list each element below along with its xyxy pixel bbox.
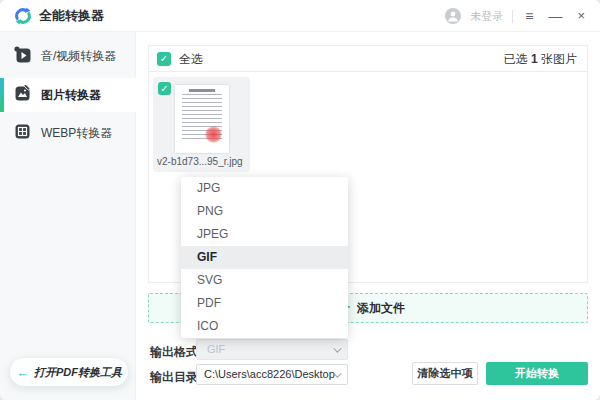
format-option-gif[interactable]: GIF (181, 246, 348, 269)
document-preview (175, 85, 229, 153)
format-option-jpeg[interactable]: JPEG (181, 223, 348, 246)
output-dir-select[interactable]: C:\Users\acc8226\Desktop (196, 364, 348, 385)
video-converter-icon (14, 46, 31, 67)
select-all-label: 全选 (179, 46, 203, 72)
sidebar-item-image-converter[interactable]: 图片转换器 (0, 78, 136, 112)
format-option-ico[interactable]: ICO (181, 315, 348, 338)
file-checkbox[interactable]: ✓ (158, 82, 171, 95)
sidebar-item-label: WEBP转换器 (41, 125, 112, 142)
clear-selected-button[interactable]: 清除选中项 (412, 362, 478, 385)
format-option-png[interactable]: PNG (181, 200, 348, 223)
sidebar-item-webp-converter[interactable]: WEBP转换器 (0, 119, 136, 147)
output-dir-label: 输出目录: (150, 369, 202, 386)
document-title-line (189, 89, 215, 92)
output-format-value: GIF (207, 343, 225, 355)
format-option-svg[interactable]: SVG (181, 269, 348, 292)
titlebar-divider (512, 10, 513, 23)
webp-converter-icon (14, 123, 31, 144)
output-dir-value: C:\Users\acc8226\Desktop (204, 368, 335, 380)
file-thumbnail-card[interactable]: ✓ v2-b1d73...95_r.jpg (153, 77, 250, 172)
app-title: 全能转换器 (39, 0, 104, 32)
sidebar-item-audio-video-converter[interactable]: 音/视频转换器 (0, 42, 136, 70)
red-stamp (205, 126, 222, 143)
chevron-down-icon (333, 344, 341, 352)
select-all-checkbox[interactable]: ✓ (157, 52, 171, 66)
menu-icon[interactable]: ≡ (522, 8, 536, 24)
file-list-header: ✓ 全选 已选 1 张图片 (149, 46, 587, 72)
sidebar: 音/视频转换器 图片转换器 (0, 32, 136, 400)
sidebar-item-label: 音/视频转换器 (41, 48, 116, 65)
output-format-select[interactable]: GIF (196, 339, 348, 360)
titlebar: 全能转换器 未登录 ≡ — × (0, 0, 600, 32)
titlebar-controls: 未登录 ≡ — × (445, 0, 588, 32)
pdf-tool-label: 打开PDF转换工具 (34, 365, 122, 380)
login-status[interactable]: 未登录 (470, 9, 503, 24)
selected-count-text: 已选 1 张图片 (504, 46, 577, 72)
format-dropdown-menu: JPG PNG JPEG GIF SVG PDF ICO (181, 177, 348, 338)
user-avatar-icon[interactable] (445, 8, 461, 24)
format-option-jpg[interactable]: JPG (181, 177, 348, 200)
minimize-icon[interactable]: — (545, 8, 565, 24)
output-format-label: 输出格式: (150, 344, 202, 361)
selected-count-number: 1 (531, 52, 538, 66)
open-pdf-tool-button[interactable]: ← 打开PDF转换工具 (10, 358, 128, 386)
active-indicator (0, 78, 4, 112)
format-option-pdf[interactable]: PDF (181, 292, 348, 315)
close-icon[interactable]: × (574, 8, 588, 24)
left-arrow-icon: ← (16, 365, 29, 380)
app-logo-icon (13, 6, 33, 26)
start-convert-button[interactable]: 开始转换 (486, 362, 588, 385)
app-window: 全能转换器 未登录 ≡ — × (0, 0, 600, 400)
image-converter-icon (14, 85, 31, 106)
add-files-label: 添加文件 (357, 294, 405, 323)
sidebar-item-label: 图片转换器 (41, 87, 101, 104)
file-name: v2-b1d73...95_r.jpg (157, 156, 247, 167)
